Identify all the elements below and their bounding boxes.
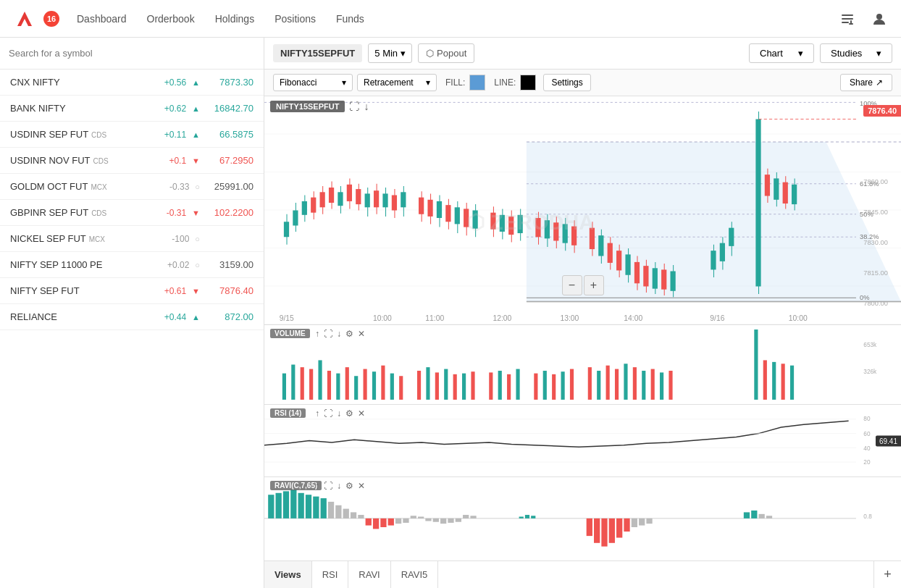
views-add-button[interactable]: + — [873, 561, 901, 588]
chart-type-select[interactable]: Chart ▾ — [749, 43, 814, 63]
svg-point-6 — [876, 14, 882, 20]
svg-rect-30 — [311, 198, 316, 213]
notification-badge[interactable]: 16 — [43, 11, 59, 27]
svg-rect-222 — [594, 518, 600, 543]
chart-zoom-controls: − + — [562, 275, 604, 295]
rsi-up-icon[interactable]: ↑ — [315, 408, 319, 419]
svg-text:7860.00: 7860.00 — [863, 178, 888, 185]
svg-rect-140 — [336, 374, 340, 400]
nav-orderbook[interactable]: Orderbook — [147, 10, 195, 28]
svg-rect-155 — [489, 372, 493, 400]
volume-settings-icon[interactable]: ⚙ — [345, 329, 353, 339]
nav-dashboard[interactable]: Dashboard — [77, 10, 127, 28]
symbol-badge: NIFTY15SEPFUT — [273, 44, 362, 62]
svg-rect-152 — [453, 374, 457, 400]
volume-controls: ↑ ⛶ ↓ ⚙ ✕ — [315, 329, 365, 339]
ravi-up-icon[interactable]: ↑ — [315, 481, 319, 491]
search-input[interactable] — [9, 45, 255, 62]
volume-down-icon[interactable]: ↓ — [337, 329, 341, 339]
svg-rect-164 — [588, 367, 592, 400]
svg-rect-104 — [711, 251, 716, 269]
nav-funds[interactable]: Funds — [336, 10, 364, 28]
svg-text:7830.00: 7830.00 — [863, 239, 888, 246]
views-tab-ravi5[interactable]: RAVI5 — [391, 561, 439, 588]
zoom-in-button[interactable]: + — [584, 275, 604, 295]
watchlist-item[interactable]: RELIANCE +0.44 ▲ 872.00 — [0, 304, 264, 330]
svg-rect-2 — [842, 18, 853, 20]
nav-holdings[interactable]: Holdings — [215, 10, 254, 28]
watchlist-item-name: NICKEL SEP FUTMCX — [10, 233, 163, 244]
rsi-down-icon[interactable]: ↓ — [337, 408, 341, 419]
zoom-out-button[interactable]: − — [562, 275, 582, 295]
rsi-close-icon[interactable]: ✕ — [358, 408, 365, 419]
rsi-value: 69.41 — [876, 435, 901, 446]
watchlist-item[interactable]: CNX NIFTY +0.56 ▲ 7873.30 — [0, 70, 264, 96]
drawing-tool-chevron: ▾ — [342, 77, 346, 88]
svg-rect-54 — [427, 200, 432, 217]
watchlist-item-name: BANK NIFTY — [10, 103, 160, 114]
drawing-subtype-chevron: ▾ — [426, 77, 430, 88]
user-icon[interactable] — [869, 9, 889, 29]
ravi-expand-icon[interactable]: ⛶ — [324, 481, 332, 491]
views-tab-ravi[interactable]: RAVI — [348, 561, 390, 588]
app-logo[interactable] — [12, 6, 38, 32]
svg-rect-135 — [291, 365, 295, 400]
svg-rect-86 — [598, 235, 603, 256]
popout-label: Popout — [437, 48, 466, 59]
svg-rect-163 — [570, 369, 574, 400]
svg-rect-56 — [437, 201, 442, 218]
arrow-down-icon[interactable]: ↓ — [364, 101, 369, 112]
timeframe-select[interactable]: 5 Min ▾ — [368, 43, 412, 63]
ravi-settings-icon[interactable]: ⚙ — [345, 481, 353, 491]
svg-text:653k: 653k — [863, 341, 876, 349]
svg-rect-190 — [268, 495, 274, 518]
svg-rect-232 — [759, 514, 765, 518]
ravi-close-icon[interactable]: ✕ — [358, 481, 365, 491]
svg-rect-233 — [766, 516, 772, 518]
fill-color-picker[interactable] — [469, 75, 485, 91]
svg-rect-138 — [318, 360, 322, 400]
rsi-label: RSI (14) — [270, 408, 306, 418]
ravi-down-icon[interactable]: ↓ — [337, 481, 341, 491]
expand-icon[interactable]: ⛶ — [349, 101, 359, 112]
studies-select[interactable]: Studies ▾ — [820, 43, 892, 63]
svg-rect-44 — [374, 190, 379, 207]
views-tab-views[interactable]: Views — [264, 561, 312, 588]
rsi-expand-icon[interactable]: ⛶ — [324, 408, 332, 419]
watchlist-item-name: USDINR NOV FUTCDS — [10, 155, 160, 166]
watchlist-item[interactable]: NIFTY SEP FUT +0.61 ▼ 7876.40 — [0, 278, 264, 304]
watchlist-item[interactable]: GOLDM OCT FUTMCX -0.33 ○ 25991.00 — [0, 174, 264, 200]
volume-close-icon[interactable]: ✕ — [358, 329, 365, 339]
volume-up-icon[interactable]: ↑ — [315, 329, 319, 339]
watchlist-item[interactable]: NICKEL SEP FUTMCX -100 ○ — [0, 226, 264, 252]
watchlist-item[interactable]: USDINR NOV FUTCDS +0.1 ▼ 67.2950 — [0, 148, 264, 174]
watchlist-item[interactable]: NIFTY SEP 11000 PE +0.02 ○ 3159.00 — [0, 252, 264, 278]
svg-rect-195 — [306, 495, 311, 518]
popout-button[interactable]: ⬡ Popout — [418, 43, 474, 63]
watchlist-item[interactable]: GBPINR SEP FUTCDS -0.31 ▼ 102.2200 — [0, 200, 264, 226]
svg-text:7815.00: 7815.00 — [863, 269, 888, 277]
main-chart[interactable]: NIFTY15SEPFUT ⛶ ↓ — [264, 96, 901, 325]
views-tab-rsi[interactable]: RSI — [312, 561, 349, 588]
line-color-picker[interactable] — [520, 75, 536, 91]
svg-rect-136 — [301, 367, 304, 400]
search-bar — [0, 38, 264, 70]
watchlist-item-price: 25991.00 — [203, 181, 253, 192]
watchlist-item-change: +0.62 — [160, 104, 186, 114]
nav-positions[interactable]: Positions — [275, 10, 316, 28]
settings-button[interactable]: Settings — [543, 74, 590, 91]
watchlist-item[interactable]: BANK NIFTY +0.62 ▲ 16842.70 — [0, 96, 264, 122]
volume-expand-icon[interactable]: ⛶ — [324, 329, 332, 339]
svg-rect-118 — [792, 185, 797, 204]
drawing-tool-select[interactable]: Fibonacci ▾ — [273, 74, 353, 91]
line-label: LINE: — [494, 77, 516, 88]
main-nav: Dashboard Orderbook Holdings Positions F… — [77, 10, 837, 28]
watchlist-item[interactable]: USDINR SEP FUTCDS +0.11 ▲ 66.5875 — [0, 122, 264, 148]
scanner-icon[interactable] — [837, 9, 858, 29]
svg-rect-223 — [601, 518, 607, 547]
arrow-up-icon: ▲ — [192, 130, 200, 139]
share-button[interactable]: Share ↗ — [840, 74, 892, 91]
svg-rect-177 — [781, 364, 785, 400]
drawing-subtype-select[interactable]: Retracement ▾ — [357, 74, 437, 91]
rsi-settings-icon[interactable]: ⚙ — [345, 408, 353, 419]
